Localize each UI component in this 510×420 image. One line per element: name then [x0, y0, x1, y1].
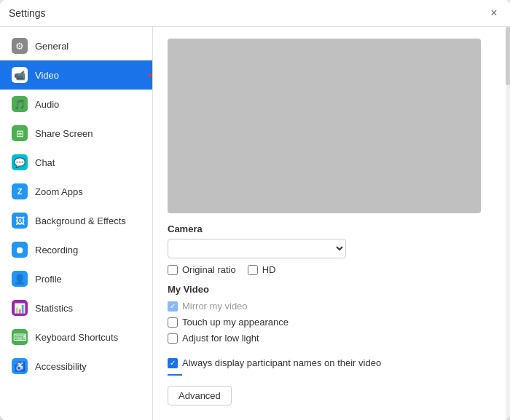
sidebar-label-bg-effects: Background & Effects	[35, 215, 126, 226]
original-ratio-input[interactable]	[168, 265, 178, 275]
always-display-checkbox[interactable]: ✓	[168, 358, 178, 368]
sidebar-label-statistics: Statistics	[35, 303, 73, 314]
spacer	[168, 349, 495, 357]
window-title: Settings	[9, 7, 46, 19]
close-button[interactable]: ×	[487, 6, 501, 20]
statistics-icon: 📊	[12, 300, 28, 316]
main-content: Camera Original ratio HD My Video	[153, 27, 510, 420]
camera-options-row: Original ratio HD	[168, 264, 495, 275]
sidebar-label-video: Video	[35, 70, 59, 81]
sidebar-item-zoom-apps[interactable]: Z Zoom Apps	[0, 177, 152, 206]
scrollbar-track	[506, 27, 510, 420]
sidebar-label-accessibility: Accessibility	[35, 361, 87, 372]
adjust-light-input[interactable]	[168, 333, 178, 344]
chat-icon: 💬	[12, 154, 28, 170]
my-video-title: My Video	[168, 284, 495, 295]
scrollbar-thumb[interactable]	[506, 27, 510, 85]
sidebar-item-chat[interactable]: 💬 Chat	[0, 148, 152, 177]
adjust-light-row[interactable]: Adjust for low light	[168, 333, 495, 344]
sidebar-item-recording[interactable]: ⏺ Recording	[0, 235, 152, 264]
sidebar-label-audio: Audio	[35, 99, 59, 110]
sidebar-label-general: General	[35, 41, 68, 52]
sidebar-item-profile[interactable]: 👤 Profile	[0, 264, 152, 293]
touchup-label: Touch up my appearance	[182, 317, 289, 328]
sidebar-label-share: Share Screen	[35, 128, 93, 139]
sidebar-item-share-screen[interactable]: ⊞ Share Screen	[0, 119, 152, 148]
arrow-indicator	[148, 67, 153, 83]
always-display-row: ✓ Always display participant names on th…	[168, 357, 495, 368]
advanced-button[interactable]: Advanced	[168, 386, 232, 405]
hd-input[interactable]	[248, 265, 258, 275]
always-display-label: Always display participant names on thei…	[182, 357, 381, 368]
hd-checkbox[interactable]: HD	[248, 264, 276, 275]
hd-label: HD	[262, 264, 276, 275]
original-ratio-checkbox[interactable]: Original ratio	[168, 264, 236, 275]
video-icon: 📹	[12, 67, 28, 83]
titlebar: Settings ×	[0, 0, 510, 27]
camera-section-label: Camera	[168, 223, 495, 234]
sidebar-item-accessibility[interactable]: ♿ Accessibility	[0, 352, 152, 381]
sidebar-item-bg-effects[interactable]: 🖼 Background & Effects	[0, 206, 152, 235]
sidebar-label-keyboard: Keyboard Shortcuts	[35, 332, 118, 343]
zoom-apps-icon: Z	[12, 183, 28, 199]
sidebar-label-profile: Profile	[35, 274, 62, 285]
profile-icon: 👤	[12, 271, 28, 287]
sidebar-item-keyboard[interactable]: ⌨ Keyboard Shortcuts	[0, 322, 152, 352]
audio-icon: 🎵	[12, 96, 28, 112]
sidebar-label-zoom-apps: Zoom Apps	[35, 186, 83, 197]
adjust-light-label: Adjust for low light	[182, 333, 259, 344]
mirror-label: Mirror my video	[182, 301, 248, 312]
sidebar-item-general[interactable]: ⚙ General	[0, 31, 152, 60]
mirror-video-row[interactable]: ✓ Mirror my video	[168, 301, 495, 312]
my-video-section: My Video ✓ Mirror my video Touch up my a…	[168, 284, 495, 344]
bg-effects-icon: 🖼	[12, 213, 28, 229]
sidebar-item-audio[interactable]: 🎵 Audio	[0, 90, 152, 119]
camera-select[interactable]	[168, 239, 346, 258]
general-icon: ⚙	[12, 38, 28, 54]
video-preview	[168, 39, 481, 213]
sidebar-item-statistics[interactable]: 📊 Statistics	[0, 293, 152, 322]
original-ratio-label: Original ratio	[182, 264, 236, 275]
sidebar-label-recording: Recording	[35, 245, 78, 255]
touchup-row[interactable]: Touch up my appearance	[168, 317, 495, 328]
sidebar-label-chat: Chat	[35, 157, 55, 168]
keyboard-icon: ⌨	[12, 329, 28, 345]
content-area: ⚙ General 📹 Video 🎵 Audio ⊞ Sh	[0, 27, 510, 420]
dash-line	[168, 374, 182, 376]
accessibility-icon: ♿	[12, 358, 28, 374]
share-icon: ⊞	[12, 125, 28, 141]
touchup-input[interactable]	[168, 317, 178, 328]
settings-window: Settings × ⚙ General 📹 Video 🎵	[0, 0, 510, 420]
mirror-checkbox-icon: ✓	[168, 301, 178, 312]
recording-icon: ⏺	[12, 242, 28, 258]
sidebar-item-video[interactable]: 📹 Video	[0, 60, 152, 90]
sidebar: ⚙ General 📹 Video 🎵 Audio ⊞ Sh	[0, 27, 153, 420]
